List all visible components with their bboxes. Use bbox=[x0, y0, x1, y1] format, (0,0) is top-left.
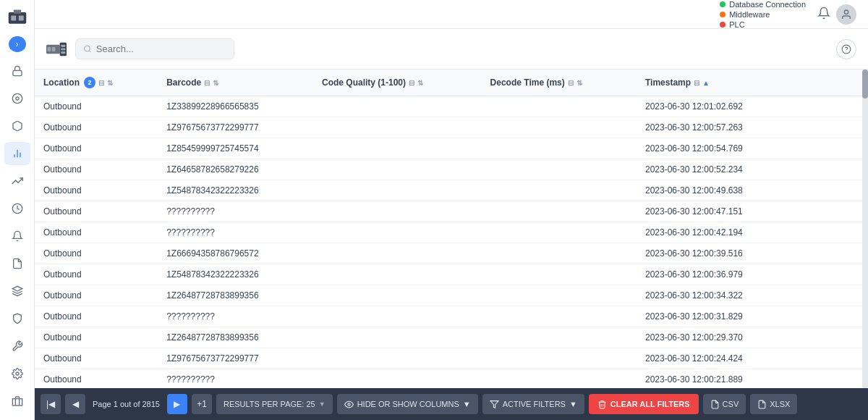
cell-barcode: 1Z85459999725745574 bbox=[158, 138, 313, 159]
sidebar-item-document[interactable] bbox=[4, 252, 30, 275]
table-row: Outbound 1Z26487728783899356 2023-06-30 … bbox=[35, 285, 862, 306]
cell-barcode: 1Z26487728783899356 bbox=[158, 285, 313, 306]
table-row: Outbound ?????????? 2023-06-30 12:00:47.… bbox=[35, 201, 862, 222]
decode-sort-icon[interactable]: ⇅ bbox=[576, 79, 582, 87]
sidebar-item-chart[interactable] bbox=[4, 142, 30, 165]
table-row: Outbound 1Z97675673772299777 2023-06-30 … bbox=[35, 117, 862, 138]
sidebar-item-lock[interactable] bbox=[4, 59, 30, 83]
sidebar-item-layers[interactable] bbox=[4, 280, 30, 303]
active-filters-chevron-icon: ▼ bbox=[569, 400, 577, 408]
next-page-button[interactable]: ▶ bbox=[167, 394, 187, 414]
sidebar-item-box[interactable] bbox=[4, 114, 30, 138]
cell-timestamp: 2023-06-30 12:01:02.692 bbox=[637, 96, 862, 117]
cell-decode-time bbox=[482, 348, 637, 369]
timestamp-sort-icon[interactable]: ▲ bbox=[702, 79, 710, 87]
database-status-label: Database Connection bbox=[729, 0, 806, 9]
sidebar-item-trending[interactable] bbox=[4, 169, 30, 193]
svg-marker-27 bbox=[490, 400, 498, 408]
quality-filter-icon[interactable]: ⊟ bbox=[409, 79, 414, 87]
cell-decode-time bbox=[482, 117, 637, 138]
col-header-location[interactable]: Location 2 ⊟ ⇅ bbox=[35, 70, 158, 96]
svg-rect-19 bbox=[61, 51, 65, 54]
cell-barcode: 1Z66694358786796572 bbox=[158, 243, 313, 264]
search-box[interactable] bbox=[75, 38, 234, 59]
col-header-decode-time[interactable]: Decode Time (ms) ⊟ ⇅ bbox=[482, 70, 637, 96]
cell-code-quality bbox=[313, 222, 482, 243]
cell-barcode: 1Z97675673772299777 bbox=[158, 117, 313, 138]
sidebar-item-bell[interactable] bbox=[4, 224, 30, 248]
table-body: Outbound 1Z33899228966565835 2023-06-30 … bbox=[35, 96, 862, 389]
col-header-code-quality[interactable]: Code Quality (1-100) ⊟ ⇅ bbox=[313, 70, 482, 96]
cell-location: Outbound bbox=[35, 243, 158, 264]
sidebar-item-shield[interactable] bbox=[4, 307, 30, 330]
cell-decode-time bbox=[482, 327, 637, 348]
cell-location: Outbound bbox=[35, 306, 158, 327]
timestamp-filter-icon[interactable]: ⊟ bbox=[694, 79, 699, 87]
svg-point-26 bbox=[348, 403, 350, 405]
cell-code-quality bbox=[313, 96, 482, 117]
user-avatar[interactable] bbox=[836, 4, 856, 25]
table-row: Outbound 1Z85459999725745574 2023-06-30 … bbox=[35, 138, 862, 159]
cell-code-quality bbox=[313, 285, 482, 306]
results-per-page-button[interactable]: RESULTS PER PAGE: 25 ▼ bbox=[216, 394, 333, 414]
cell-decode-time bbox=[482, 96, 637, 117]
cell-code-quality bbox=[313, 201, 482, 222]
sidebar-item-clock[interactable] bbox=[4, 197, 30, 220]
active-filters-button[interactable]: ACTIVE FILTERS ▼ bbox=[482, 394, 584, 414]
sidebar-item-wrench[interactable] bbox=[4, 335, 30, 358]
table-row: Outbound 1Z64658782658279226 2023-06-30 … bbox=[35, 159, 862, 180]
cell-decode-time bbox=[482, 264, 637, 285]
table-header-row: Location 2 ⊟ ⇅ Barcode ⊟ ⇅ bbox=[35, 70, 862, 96]
search-icon bbox=[83, 44, 92, 54]
col-header-barcode[interactable]: Barcode ⊟ ⇅ bbox=[158, 70, 313, 96]
help-button[interactable] bbox=[836, 39, 856, 59]
table-container[interactable]: Location 2 ⊟ ⇅ Barcode ⊟ ⇅ bbox=[35, 70, 862, 388]
cell-barcode: ?????????? bbox=[158, 306, 313, 327]
cell-code-quality bbox=[313, 369, 482, 389]
sidebar-item-gear[interactable] bbox=[4, 362, 30, 385]
cell-timestamp: 2023-06-30 12:00:47.151 bbox=[637, 201, 862, 222]
barcode-filter-icon[interactable]: ⊟ bbox=[204, 79, 210, 87]
sidebar-expand-button[interactable]: › bbox=[9, 36, 26, 51]
cell-location: Outbound bbox=[35, 96, 158, 117]
location-sort-icon[interactable]: ⇅ bbox=[107, 79, 113, 87]
table-row: Outbound 1Z66694358786796572 2023-06-30 … bbox=[35, 243, 862, 264]
plus-one-button[interactable]: +1 bbox=[192, 394, 212, 414]
xlsx-export-button[interactable]: XLSX bbox=[750, 394, 797, 414]
cell-timestamp: 2023-06-30 12:00:34.322 bbox=[637, 285, 862, 306]
sidebar-item-building[interactable] bbox=[4, 390, 30, 413]
cell-decode-time bbox=[482, 222, 637, 243]
hide-cols-chevron-icon: ▼ bbox=[463, 400, 471, 408]
cell-timestamp: 2023-06-30 12:00:21.889 bbox=[637, 369, 862, 389]
cell-barcode: ?????????? bbox=[158, 369, 313, 389]
svg-point-14 bbox=[844, 10, 848, 14]
location-filter-icon[interactable]: ⊟ bbox=[98, 79, 104, 87]
search-input[interactable] bbox=[96, 43, 226, 54]
cell-barcode: 1Z97675673772299777 bbox=[158, 348, 313, 369]
cell-location: Outbound bbox=[35, 285, 158, 306]
page-info: Page 1 out of 2815 bbox=[90, 400, 163, 408]
scrollbar-thumb[interactable] bbox=[862, 70, 868, 98]
scrollbar-track[interactable] bbox=[862, 70, 868, 388]
cell-barcode: ?????????? bbox=[158, 222, 313, 243]
cell-timestamp: 2023-06-30 12:00:39.516 bbox=[637, 243, 862, 264]
decode-filter-icon[interactable]: ⊟ bbox=[568, 79, 574, 87]
csv-file-icon bbox=[710, 400, 720, 409]
first-page-button[interactable]: |◀ bbox=[41, 394, 61, 414]
plc-status-dot bbox=[720, 22, 726, 28]
csv-export-button[interactable]: CSV bbox=[703, 394, 746, 414]
prev-page-button[interactable]: ◀ bbox=[65, 394, 85, 414]
sidebar-item-circle[interactable] bbox=[4, 87, 30, 110]
middleware-status-label: Middleware bbox=[729, 10, 770, 19]
quality-sort-icon[interactable]: ⇅ bbox=[417, 79, 423, 87]
svg-point-22 bbox=[84, 46, 90, 51]
status-plc: PLC bbox=[720, 20, 806, 29]
col-header-timestamp[interactable]: Timestamp ⊟ ▲ bbox=[637, 70, 862, 96]
filter-icon bbox=[490, 400, 499, 409]
clear-all-filters-button[interactable]: CLEAR ALL FILTERS bbox=[589, 394, 699, 414]
notification-bell-icon[interactable] bbox=[817, 7, 830, 22]
barcode-sort-icon[interactable]: ⇅ bbox=[213, 79, 218, 87]
table-row: Outbound 1Z97675673772299777 2023-06-30 … bbox=[35, 348, 862, 369]
hide-show-columns-button[interactable]: HIDE OR SHOW COLUMNS ▼ bbox=[337, 394, 478, 414]
bottombar: |◀ ◀ Page 1 out of 2815 ▶ +1 RESULTS PER… bbox=[35, 388, 868, 420]
